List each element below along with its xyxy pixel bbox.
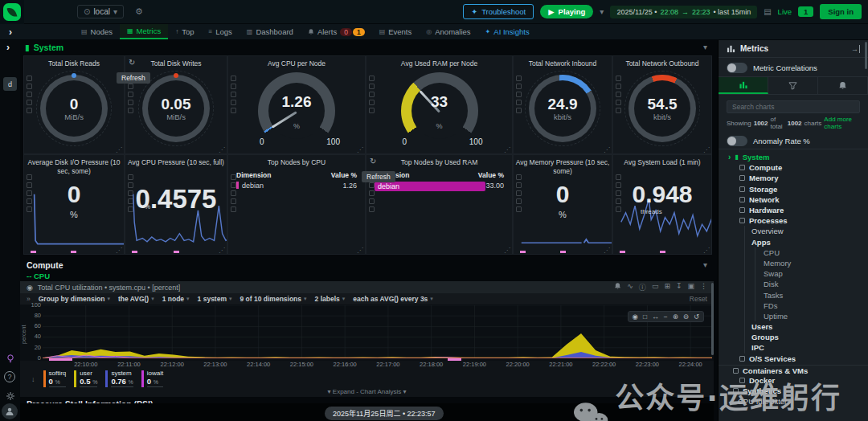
compute-section-title[interactable]: Compute [27, 260, 63, 270]
chart-type-icon[interactable] [231, 100, 236, 105]
chart-type-icon[interactable] [128, 84, 133, 89]
cpu-subsection-title[interactable]: -- CPU [27, 272, 50, 280]
legend-item-system[interactable]: system 0.76 % [105, 370, 133, 387]
resize-handle[interactable]: ⋰ [504, 247, 510, 254]
chart-type-icon[interactable] [369, 84, 375, 89]
disk-writes-gauge[interactable]: 0.05 MiB/s [141, 74, 211, 143]
sidebar-item-system[interactable]: › ▮ System [719, 152, 868, 162]
nodes-dropdown[interactable]: 1 node▾ [162, 295, 190, 303]
chart-system-load[interactable]: Avg System Load (1 min) 0.948 threads ⋰ [613, 155, 711, 254]
tab-ai-insights[interactable]: ✦ AI Insights [478, 24, 537, 39]
sidebar-item-apps-fds[interactable]: FDs [755, 300, 868, 311]
charts-tab[interactable] [719, 77, 768, 94]
chart-type-icon[interactable] [616, 108, 621, 113]
network-inbound-gauge[interactable]: 24.9 kbit/s [528, 74, 597, 143]
chart-type-icon[interactable] [27, 84, 32, 89]
resize-handle[interactable]: ⋰ [604, 146, 610, 153]
collapse-left-icon[interactable]: » [27, 295, 31, 303]
chart-type-icon[interactable] [27, 76, 32, 81]
chart-type-icon[interactable] [128, 92, 133, 97]
save-icon[interactable]: ▣ [687, 282, 694, 292]
chart-type-icon[interactable] [369, 182, 375, 188]
node-selector[interactable]: ⊙ local ▾ [77, 5, 124, 18]
chart-type-icon[interactable] [27, 92, 32, 97]
chart-type-icon[interactable] [516, 92, 522, 97]
labels-dropdown[interactable]: 2 labels▾ [315, 295, 346, 303]
sidebar-item-containers-vms[interactable]: Containers & VMs [719, 365, 868, 375]
chart-type-icon[interactable] [369, 92, 375, 97]
chart-type-icon[interactable] [27, 108, 32, 113]
add-more-charts-link[interactable]: Add more charts [824, 116, 860, 130]
main-scrollbar-thumb[interactable] [711, 283, 714, 355]
chart-type-icon[interactable] [616, 76, 621, 81]
chart-type-icon[interactable] [128, 100, 133, 105]
alerts-tab[interactable] [818, 77, 868, 94]
resize-handle[interactable]: ⋰ [604, 247, 610, 254]
disk-reads-gauge[interactable]: 0 MiB/s [39, 74, 108, 143]
sidebar-item-apps-swap[interactable]: Swap [755, 268, 868, 279]
chart-top-nodes-ram[interactable]: ↻ Top Nodes by Used RAM Dimension Value … [366, 155, 512, 254]
pan-icon[interactable]: ◉ [633, 313, 638, 321]
sidebar-item-storage[interactable]: Storage [719, 184, 868, 194]
chart-type-icon[interactable] [27, 174, 32, 180]
time-picker-caret-icon[interactable]: ▾ [600, 7, 604, 16]
group-by-dropdown[interactable]: Group by dimension▾ [39, 295, 110, 303]
sidebar-item-groups[interactable]: Groups [745, 332, 868, 342]
netdata-logo[interactable] [0, 0, 24, 24]
tab-logs[interactable]: ≡ Logs [202, 24, 240, 39]
resize-handle[interactable]: ⋰ [219, 247, 225, 254]
chart-network-inbound[interactable]: Total Network Inbound 24.9 kbit/s ⋰ [514, 56, 612, 153]
tab-events[interactable]: ▤ Events [372, 24, 420, 39]
system-section-header[interactable]: ▮ System [25, 43, 63, 52]
chart-type-icon[interactable] [231, 174, 236, 180]
chart-type-icons[interactable] [369, 76, 375, 113]
sidebar-item-apps-uptime[interactable]: Uptime [755, 311, 868, 321]
playing-button[interactable]: ▶ Playing [540, 5, 593, 18]
chart-type-icon[interactable] [516, 100, 522, 105]
download-icon[interactable]: ↧ [676, 282, 682, 292]
chart-type-icon[interactable] [369, 108, 375, 113]
resize-handle[interactable]: ⋰ [703, 247, 710, 254]
box-select-icon[interactable]: □ [643, 313, 647, 321]
chart-type-icon[interactable] [369, 190, 375, 196]
sidebar-item-apps-tasks[interactable]: Tasks [755, 289, 868, 300]
rail-expand-icon[interactable]: › [6, 42, 10, 53]
tab-dashboard[interactable]: ▥ Dashboard [240, 24, 301, 39]
chart-type-icon[interactable] [516, 84, 522, 89]
zoom-out-icon[interactable]: ⊖ [683, 313, 689, 321]
tab-top[interactable]: ↑ Top [168, 24, 201, 39]
sidebar-item-hardware[interactable]: Hardware [719, 205, 868, 215]
resize-handle[interactable]: ⋰ [116, 146, 122, 153]
chart-type-icon[interactable] [516, 76, 522, 81]
chart-top-nodes-cpu[interactable]: Top Nodes by CPU Dimension Value % debia… [228, 155, 365, 254]
ram-gauge[interactable]: 33 % 0 100 [401, 72, 478, 149]
sidebar-item-apps-disk[interactable]: Disk [755, 279, 868, 289]
lightbulb-icon[interactable] [3, 352, 17, 366]
chart-type-icon[interactable] [369, 76, 375, 81]
chart-type-icon[interactable] [128, 108, 133, 113]
sidebar-item-network[interactable]: Network [719, 194, 868, 205]
instances-dropdown[interactable]: 1 system▾ [198, 295, 232, 303]
chart-avg-used-ram[interactable]: Avg Used RAM per Node 33 % 0 100 ⋰ [366, 56, 512, 153]
minus-icon[interactable]: − [664, 313, 668, 321]
sidebar-item-processes[interactable]: Processes [719, 215, 868, 226]
chart-type-icon[interactable] [27, 100, 32, 105]
sidebar-item-apps-memory[interactable]: Memory [755, 258, 868, 268]
resize-handle[interactable]: ⋰ [703, 146, 710, 153]
sidebar-item-apps[interactable]: Apps [745, 237, 868, 247]
resize-handle[interactable]: ⋰ [219, 146, 225, 153]
chart-plot-area[interactable]: percent 020406080100 ◉ □ ↔ − ⊕ ⊖ ↺ [20, 305, 714, 361]
zoom-reset-icon[interactable]: ↺ [694, 313, 699, 321]
metric-correlations-toggle[interactable] [727, 63, 747, 73]
kebab-menu-icon[interactable]: ⋮ [700, 282, 707, 292]
info-icon[interactable]: ⓘ [639, 282, 646, 292]
chart-type-icon[interactable] [616, 174, 621, 180]
chart-network-outbound[interactable]: Total Network Outbound 54.5 kbit/s ⋰ [613, 56, 711, 153]
network-outbound-gauge[interactable]: 54.5 kbit/s [628, 74, 697, 143]
resize-handle[interactable]: ⋰ [504, 146, 510, 153]
aggregation-dropdown[interactable]: the AVG()▾ [118, 295, 154, 303]
chart-type-icon[interactable] [231, 92, 236, 97]
chart-type-icon[interactable] [516, 174, 522, 180]
chart-type-icon[interactable] [231, 108, 236, 113]
sidebar-item-apps-cpu[interactable]: CPU [755, 247, 868, 258]
